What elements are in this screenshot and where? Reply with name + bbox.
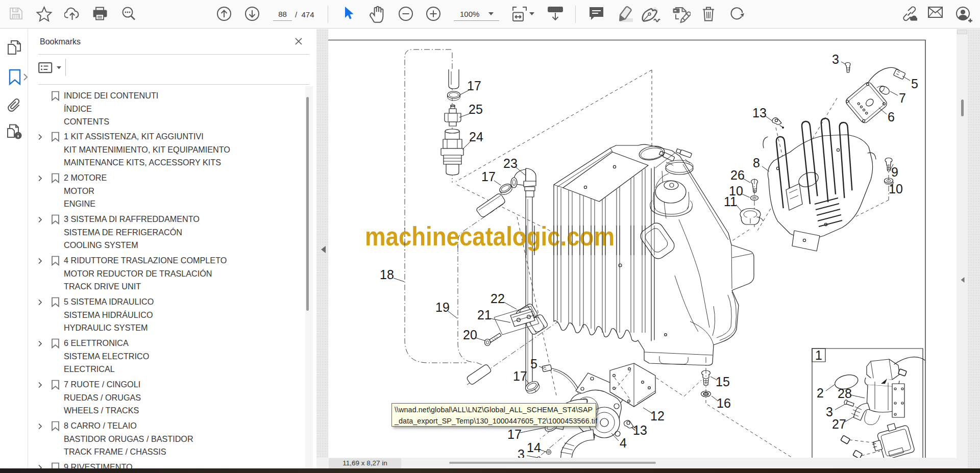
svg-text:15: 15 xyxy=(716,375,730,389)
svg-text:23: 23 xyxy=(503,156,518,170)
svg-text:14: 14 xyxy=(527,440,541,455)
svg-text:22: 22 xyxy=(491,291,505,306)
svg-text:28: 28 xyxy=(838,386,852,401)
svg-text:7: 7 xyxy=(899,91,906,105)
svg-text:machinecatalogic.com: machinecatalogic.com xyxy=(365,221,615,251)
svg-text:17: 17 xyxy=(481,169,496,184)
svg-text:17: 17 xyxy=(507,427,522,441)
svg-text:1: 1 xyxy=(815,348,822,362)
svg-text:9: 9 xyxy=(891,165,898,179)
svg-text:13: 13 xyxy=(633,423,647,437)
svg-text:10: 10 xyxy=(889,182,903,196)
svg-text:21: 21 xyxy=(477,308,492,322)
svg-text:17: 17 xyxy=(467,79,481,93)
svg-text:3: 3 xyxy=(518,447,525,458)
svg-text:3: 3 xyxy=(832,52,839,66)
svg-text:12: 12 xyxy=(650,409,665,423)
svg-text:19: 19 xyxy=(435,300,450,314)
svg-text:18: 18 xyxy=(380,267,394,282)
svg-text:5: 5 xyxy=(911,77,918,91)
svg-text:2: 2 xyxy=(817,386,824,400)
svg-text:24: 24 xyxy=(469,130,483,144)
svg-text:8: 8 xyxy=(753,156,760,170)
svg-text:4: 4 xyxy=(620,436,627,450)
svg-text:25: 25 xyxy=(469,102,483,116)
svg-text:26: 26 xyxy=(730,168,745,182)
svg-text:11: 11 xyxy=(724,194,737,209)
svg-text:13: 13 xyxy=(752,106,767,120)
svg-text:27: 27 xyxy=(832,417,846,431)
svg-text:5: 5 xyxy=(530,357,537,371)
svg-text:20: 20 xyxy=(463,328,477,342)
svg-text:16: 16 xyxy=(717,396,731,410)
svg-text:6: 6 xyxy=(888,110,895,124)
svg-text:17: 17 xyxy=(513,369,527,383)
